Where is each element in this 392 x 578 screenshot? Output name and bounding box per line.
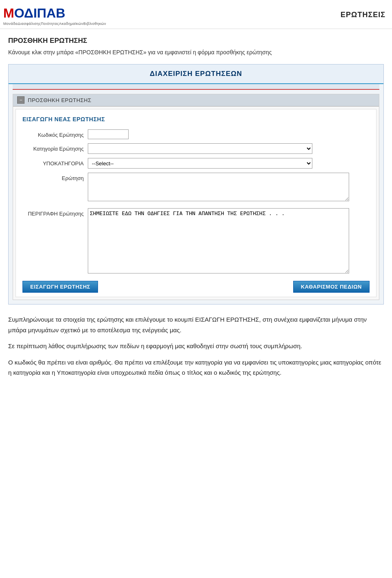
form-buttons-row: ΕΙΣΑΓΩΓΗ ΕΡΩΤΗΣΗΣ ΚΑΘΑΡΙΣΜΟΣ ΠΕΔΙΩΝ (22, 281, 370, 293)
form-section-title: ΕΙΣΑΓΩΓΗ ΝΕΑΣ ΕΡΩΤΗΣΗΣ (22, 115, 370, 124)
main-panel: ΔΙΑΧΕΙΡΙΣΗ ΕΡΩΤΗΣΕΩΝ − ΠΡΟΣΘΗΚΗ ΕΡΩΤΗΣΗΣ… (8, 64, 384, 305)
form-row-erotisi: Ερώτηση (22, 173, 370, 204)
textarea-perigrafi[interactable] (88, 208, 349, 273)
logo-area: Μ ΟΔΙΠΑΒ ΜονάδαΔιασφάλισηςΠοιότηταςΑκαδη… (3, 3, 106, 27)
label-perigrafi: ΠΕΡΙΓΡΑΦΗ Ερώτησης (22, 208, 88, 218)
control-kodikos (88, 129, 370, 139)
panel-title: ΔΙΑΧΕΙΡΙΣΗ ΕΡΩΤΗΣΕΩΝ (150, 70, 242, 78)
form-panel-header: − ΠΡΟΣΘΗΚΗ ΕΡΩΤΗΣΗΣ (13, 94, 379, 107)
description-para-2: Σε περίπτωση λάθος συμπλήρωσης των πεδίω… (8, 341, 384, 351)
control-erotisi (88, 173, 370, 204)
form-panel: − ΠΡΟΣΘΗΚΗ ΕΡΩΤΗΣΗΣ ΕΙΣΑΓΩΓΗ ΝΕΑΣ ΕΡΩΤΗΣ… (13, 94, 379, 300)
label-ypokategoria: ΥΠΟΚΑΤΗΓΟΡΙΑ (22, 158, 88, 168)
form-row-kategoria: Κατηγορία Ερώτησης (22, 143, 370, 154)
label-kategoria: Κατηγορία Ερώτησης (22, 143, 88, 153)
label-erotisi: Ερώτηση (22, 173, 88, 182)
label-kodikos: Κωδικός Ερώτησης (22, 129, 88, 139)
control-perigrafi (88, 208, 370, 276)
textarea-erotisi[interactable] (88, 173, 349, 201)
logo-letter-m: Μ (3, 3, 14, 23)
form-panel-header-title: ΠΡΟΣΘΗΚΗ ΕΡΩΤΗΣΗΣ (28, 96, 91, 104)
control-kategoria (88, 143, 370, 154)
page-heading: ΠΡΟΣΘΗΚΗ ΕΡΩΤΗΣΗΣ (8, 36, 384, 46)
clear-button[interactable]: ΚΑΘΑΡΙΣΜΟΣ ΠΕΔΙΩΝ (293, 281, 370, 293)
logo-subtitle: ΜονάδαΔιασφάλισηςΠοιότηταςΑκαδημαϊκώνΒιβ… (3, 21, 106, 27)
logo: Μ ΟΔΙΠΑΒ ΜονάδαΔιασφάλισηςΠοιότηταςΑκαδη… (3, 3, 106, 27)
toolbar-bar (13, 84, 379, 90)
description-para-1: Συμπληρώνουμε τα στοιχεία της ερώτησης κ… (8, 314, 384, 335)
control-ypokategoria: --Select-- (88, 158, 370, 169)
select-kategoria[interactable] (88, 143, 312, 154)
description-section: Συμπληρώνουμε τα στοιχεία της ερώτησης κ… (8, 314, 384, 378)
form-body: ΕΙΣΑΓΩΓΗ ΝΕΑΣ ΕΡΩΤΗΣΗΣ Κωδικός Ερώτησης … (16, 109, 376, 297)
header: Μ ΟΔΙΠΑΒ ΜονάδαΔιασφάλισηςΠοιότηταςΑκαδη… (0, 0, 392, 29)
form-row-kodikos: Κωδικός Ερώτησης (22, 129, 370, 139)
form-row-perigrafi: ΠΕΡΙΓΡΑΦΗ Ερώτησης (22, 208, 370, 276)
header-title: ΕΡΩΤΗΣΕΙΣ (341, 9, 385, 20)
collapse-button[interactable]: − (17, 96, 24, 104)
select-ypokategoria[interactable]: --Select-- (88, 158, 312, 169)
submit-button[interactable]: ΕΙΣΑΓΩΓΗ ΕΡΩΤΗΣΗΣ (22, 281, 98, 293)
main-content: ΠΡΟΣΘΗΚΗ ΕΡΩΤΗΣΗΣ Κάνουμε κλικ στην μπάρ… (0, 29, 392, 390)
logo-letters: ΟΔΙΠΑΒ (14, 3, 65, 23)
form-row-ypokategoria: ΥΠΟΚΑΤΗΓΟΡΙΑ --Select-- (22, 158, 370, 169)
panel-title-bar: ΔΙΑΧΕΙΡΙΣΗ ΕΡΩΤΗΣΕΩΝ (9, 64, 383, 84)
page-subtext: Κάνουμε κλικ στην μπάρα «ΠΡΟΣΘΗΚΗ ΕΡΩΤΗΣ… (8, 48, 384, 57)
input-kodikos[interactable] (88, 129, 129, 139)
description-para-3: Ο κωδικός θα πρέπει να είναι αριθμός. Θα… (8, 357, 384, 378)
